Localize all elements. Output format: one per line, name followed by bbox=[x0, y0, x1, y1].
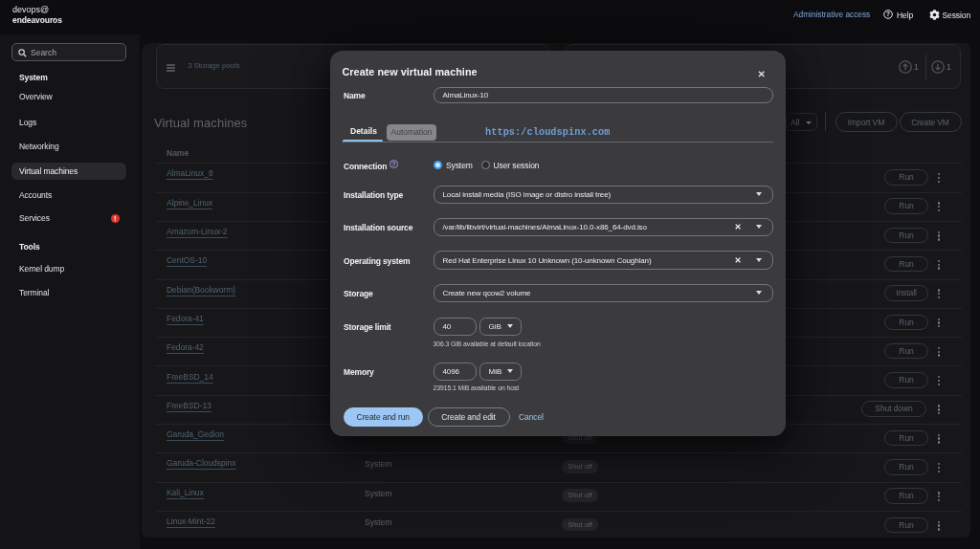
svg-text:?: ? bbox=[886, 11, 890, 17]
